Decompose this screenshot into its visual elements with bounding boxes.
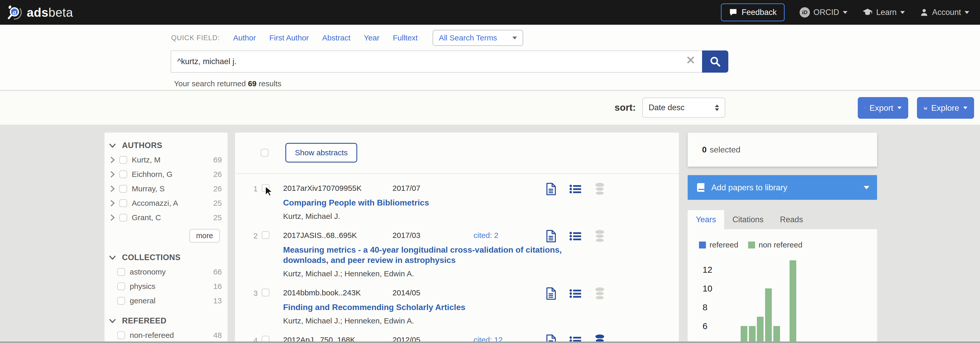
select-all-checkbox[interactable]	[261, 149, 269, 156]
facet-checkbox[interactable]	[119, 171, 127, 178]
year-histogram-bar[interactable]	[789, 260, 796, 343]
chevron-right-icon[interactable]	[108, 185, 117, 193]
result-cited-link[interactable]: cited: 2	[474, 231, 498, 240]
quick-field-fulltext[interactable]: Fulltext	[393, 34, 418, 42]
result-checkbox[interactable]	[262, 289, 269, 297]
result-title-link[interactable]: Comparing People with Bibliometrics	[283, 198, 602, 208]
refereed-facet-title: REFEREED	[122, 316, 167, 325]
result-pubdate: 2017/03	[393, 231, 474, 240]
year-histogram-bar[interactable]	[749, 326, 756, 343]
quick-field-abstract[interactable]: Abstract	[322, 34, 350, 42]
abstract-document-icon[interactable]	[545, 230, 557, 242]
facet-label[interactable]: physics	[130, 282, 156, 291]
chevron-right-icon[interactable]	[108, 199, 117, 207]
feedback-button[interactable]: Feedback	[721, 3, 785, 21]
database-icon[interactable]	[594, 183, 606, 195]
facet-label[interactable]: Accomazzi, A	[132, 199, 178, 207]
collections-facet-header[interactable]: COLLECTIONS	[105, 250, 228, 265]
content-area: AUTHORS Kurtz, M 69 Eichhorn, G 26 Murra…	[0, 124, 980, 343]
facet-label[interactable]: general	[130, 297, 156, 305]
year-histogram-bar[interactable]	[765, 289, 772, 343]
all-search-terms-select[interactable]: All Search Terms	[433, 30, 523, 46]
chevron-down-icon	[963, 107, 967, 109]
facet-checkbox[interactable]	[119, 185, 127, 193]
facet-checkbox[interactable]	[119, 156, 127, 164]
abstract-document-icon[interactable]	[545, 183, 557, 195]
explore-button[interactable]: Explore	[917, 97, 974, 119]
search-button[interactable]	[702, 51, 728, 73]
feedback-label: Feedback	[742, 8, 777, 17]
learn-menu[interactable]: Learn	[862, 8, 905, 17]
citations-list-icon[interactable]	[570, 183, 581, 195]
facet-checkbox[interactable]	[119, 199, 127, 207]
result-pubdate: 2014/05	[393, 288, 474, 297]
chevron-right-icon[interactable]	[108, 156, 117, 164]
quick-field-first-author[interactable]: First Author	[269, 34, 309, 42]
export-icon	[864, 103, 865, 113]
orcid-label: ORCID	[813, 8, 839, 17]
tab-years[interactable]: Years	[688, 210, 724, 229]
ads-logo[interactable]: a adsbeta	[7, 4, 73, 20]
facet-checkbox[interactable]	[117, 332, 125, 339]
add-papers-to-library-button[interactable]: Add papers to library	[688, 175, 877, 200]
results-count-text: Your search returned 69 results	[174, 79, 282, 88]
show-abstracts-button[interactable]: Show abstracts	[285, 143, 357, 163]
result-title-link[interactable]: Measuring metrics - a 40-year longitudin…	[283, 245, 602, 265]
chevron-right-icon[interactable]	[108, 214, 117, 222]
chevron-right-icon[interactable]	[108, 171, 117, 178]
facet-label[interactable]: non-refereed	[130, 331, 174, 340]
citations-list-icon[interactable]	[570, 287, 581, 300]
facet-label[interactable]: astronomy	[130, 268, 166, 276]
facet-label[interactable]: Murray, S	[132, 184, 165, 193]
orcid-menu[interactable]: iD ORCID	[800, 7, 848, 18]
search-input[interactable]	[177, 57, 679, 66]
facet-checkbox[interactable]	[119, 214, 127, 222]
collections-facet-title: COLLECTIONS	[122, 253, 181, 262]
account-menu[interactable]: Account	[920, 8, 969, 17]
result-row-1: 1 2017arXiv170709955K 2017/07 Comparing …	[235, 183, 679, 221]
tab-citations[interactable]: Citations	[724, 210, 772, 229]
result-title-link[interactable]: Finding and Recommending Scholarly Artic…	[283, 302, 602, 313]
all-search-terms-value: All Search Terms	[439, 34, 497, 42]
refereed-facet-header[interactable]: REFEREED	[105, 314, 228, 328]
results-header: Show abstracts	[235, 132, 679, 163]
year-histogram-bar[interactable]	[757, 317, 764, 343]
page-bottom-edge	[0, 341, 980, 343]
top-navbar: a adsbeta Feedback iD ORCID Learn Accoun…	[0, 0, 980, 25]
facet-count: 26	[213, 170, 222, 179]
chevron-down-icon	[512, 37, 517, 39]
facet-count: 13	[213, 297, 222, 305]
facet-checkbox[interactable]	[117, 282, 125, 290]
svg-text:a: a	[13, 8, 16, 16]
facet-checkbox[interactable]	[117, 297, 125, 305]
quick-field-author[interactable]: Author	[233, 34, 256, 42]
clear-search-icon[interactable]: ✕	[686, 54, 695, 66]
bar-chart-icon	[924, 103, 927, 113]
facet-label[interactable]: Kurtz, M	[132, 156, 161, 164]
export-button[interactable]: Export	[858, 97, 908, 119]
sort-select[interactable]: Date desc	[642, 97, 725, 118]
quick-field-year[interactable]: Year	[364, 34, 380, 42]
result-checkbox[interactable]	[262, 184, 269, 192]
facet-count: 25	[213, 199, 222, 207]
result-pubdate: 2017/07	[393, 183, 474, 193]
facet-checkbox[interactable]	[117, 268, 125, 276]
authors-facet-header[interactable]: AUTHORS	[105, 138, 228, 153]
selected-count-panel: 0 selected	[688, 132, 877, 167]
citations-list-icon[interactable]	[570, 230, 581, 242]
database-icon[interactable]	[594, 230, 606, 242]
facet-count: 69	[213, 156, 222, 164]
facet-label[interactable]: Eichhorn, G	[132, 170, 172, 179]
authors-more-button[interactable]: more	[189, 229, 220, 242]
database-icon[interactable]	[594, 287, 606, 300]
abstract-document-icon[interactable]	[545, 287, 557, 300]
non-refereed-swatch	[748, 241, 755, 249]
year-histogram-bar[interactable]	[773, 326, 780, 343]
tab-reads[interactable]: Reads	[772, 210, 811, 229]
selected-count: 0	[702, 145, 707, 155]
year-histogram-bar[interactable]	[741, 326, 747, 343]
result-checkbox[interactable]	[262, 231, 269, 239]
years-chart-panel: refereed non refereed 121086	[688, 229, 877, 343]
search-section: QUICK FIELD: Author First Author Abstrac…	[0, 25, 980, 90]
facet-label[interactable]: Grant, C	[132, 213, 161, 222]
